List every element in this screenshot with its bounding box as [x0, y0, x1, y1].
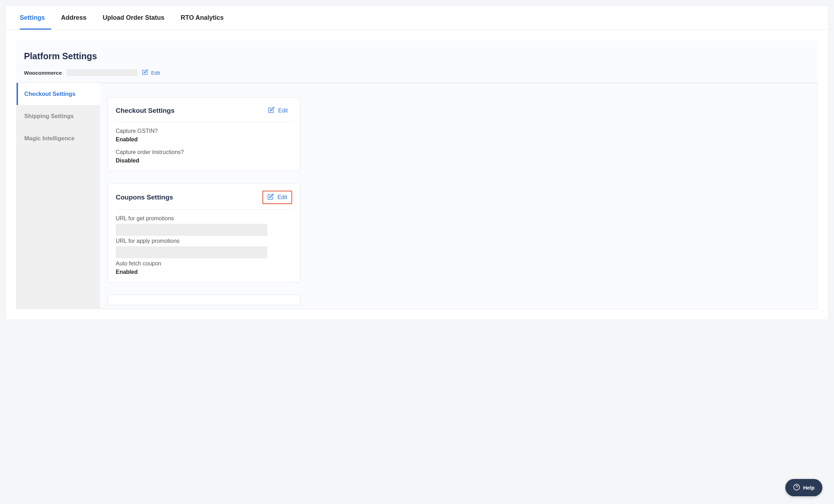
tab-upload-order-status[interactable]: Upload Order Status	[103, 6, 171, 30]
capture-instructions-value: Disabled	[116, 158, 292, 164]
checkout-edit-button[interactable]: Edit	[264, 105, 292, 117]
url-get-promotions-label: URL for get promotions	[116, 215, 292, 222]
redacted-block	[116, 224, 267, 236]
platform-edit-button[interactable]: Edit	[142, 69, 160, 76]
sidenav-item-checkout[interactable]: Checkout Settings	[17, 83, 100, 105]
tab-settings[interactable]: Settings	[20, 6, 51, 30]
platform-header: Platform Settings Woocommerce Edit	[16, 41, 818, 83]
edit-icon	[268, 107, 274, 115]
card-header: Coupons Settings Edit	[116, 191, 292, 210]
tab-bar: Settings Address Upload Order Status RTO…	[6, 6, 828, 30]
checkout-settings-card: Checkout Settings Edit Capture GSTIN? En…	[108, 97, 300, 171]
tab-rto-analytics[interactable]: RTO Analytics	[181, 6, 230, 30]
page-title: Platform Settings	[24, 51, 810, 61]
tab-address[interactable]: Address	[61, 6, 93, 30]
card-title: Checkout Settings	[116, 107, 175, 115]
main-panel: Checkout Settings Edit Capture GSTIN? En…	[100, 83, 818, 309]
coupons-edit-button[interactable]: Edit	[262, 191, 292, 204]
edit-icon	[142, 69, 148, 76]
capture-gstin-value: Enabled	[116, 136, 292, 143]
sidenav-item-magic[interactable]: Magic Intelligence	[17, 127, 100, 149]
content-area: Checkout Settings Shipping Settings Magi…	[16, 83, 818, 320]
edit-icon	[267, 193, 274, 201]
card-title: Coupons Settings	[116, 193, 173, 201]
redacted-block	[67, 69, 137, 76]
capture-instructions-label: Capture order instructions?	[116, 149, 292, 155]
edit-label: Edit	[278, 107, 288, 114]
coupons-settings-card: Coupons Settings Edit URL for get promot…	[108, 183, 300, 283]
url-apply-promotions-label: URL for apply promotions	[116, 238, 292, 244]
sidenav: Checkout Settings Shipping Settings Magi…	[16, 83, 100, 309]
platform-row: Woocommerce Edit	[24, 69, 810, 76]
auto-fetch-value: Enabled	[116, 269, 292, 275]
edit-label: Edit	[277, 194, 287, 201]
redacted-block	[116, 246, 267, 258]
auto-fetch-label: Auto fetch coupon	[116, 260, 292, 267]
platform-name: Woocommerce	[24, 70, 62, 76]
edit-label: Edit	[151, 70, 160, 76]
sidenav-item-shipping[interactable]: Shipping Settings	[17, 105, 100, 127]
card-header: Checkout Settings Edit	[116, 105, 292, 122]
next-card	[108, 295, 300, 305]
capture-gstin-label: Capture GSTIN?	[116, 128, 292, 134]
main-container: Settings Address Upload Order Status RTO…	[5, 5, 829, 320]
